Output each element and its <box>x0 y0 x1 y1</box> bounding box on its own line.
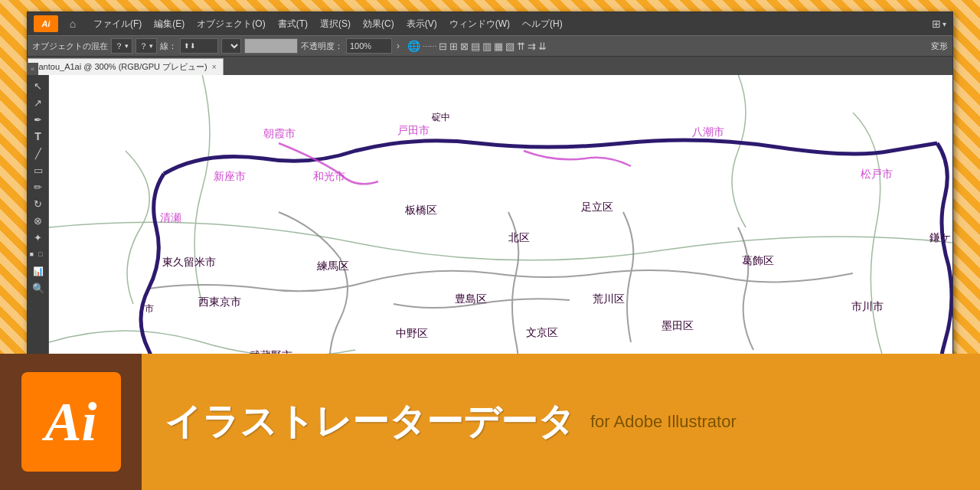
ai-big-logo: Ai <box>21 372 121 472</box>
toolbar-icons: 🌐 ⋯⋯ ⊟ ⊞ ⊠ ▤ ▥ ▦ ▧ ⇈ ⇉ ⇊ <box>407 40 547 52</box>
svg-text:新座市: 新座市 <box>214 170 246 182</box>
collapse-button[interactable]: « <box>27 63 38 75</box>
rect-tool-icon[interactable]: ▭ <box>30 162 47 178</box>
svg-text:中野区: 中野区 <box>396 327 428 339</box>
svg-text:市川市: 市川市 <box>851 300 884 312</box>
svg-text:練馬区: 練馬区 <box>316 260 349 272</box>
align-icon-7[interactable]: ▧ <box>505 41 514 52</box>
align-icon-3[interactable]: ⊠ <box>460 41 469 52</box>
svg-text:和光市: 和光市 <box>313 170 345 182</box>
line-dropdown[interactable] <box>221 38 241 54</box>
bottom-main-title: イラストレーターデータ <box>165 397 575 446</box>
svg-text:西東京市: 西東京市 <box>198 296 241 308</box>
menu-file[interactable]: ファイル(F) <box>89 16 146 32</box>
svg-text:北区: 北区 <box>508 231 530 243</box>
line-label: 線： <box>160 41 177 52</box>
svg-text:戸田市: 戸田市 <box>397 124 430 136</box>
bar-chart-icon[interactable]: 📊 <box>30 263 47 279</box>
outer-wrapper: Ai ⌂ ファイル(F) 編集(E) オブジェクト(O) 書式(T) 選択(S)… <box>0 0 980 490</box>
menu-help[interactable]: ヘルプ(H) <box>518 16 567 32</box>
opacity-arrow[interactable]: › <box>395 41 401 51</box>
menu-bar: Ai ⌂ ファイル(F) 編集(E) オブジェクト(O) 書式(T) 選択(S)… <box>28 12 952 35</box>
svg-text:東久留米市: 東久留米市 <box>162 256 216 268</box>
svg-text:板橋区: 板橋区 <box>404 204 437 216</box>
svg-text:荒川区: 荒川区 <box>593 292 625 305</box>
menu-edit[interactable]: 編集(E) <box>149 16 189 32</box>
blend-tool-icon[interactable]: ⊗ <box>30 213 47 228</box>
svg-text:朝霞市: 朝霞市 <box>263 127 296 139</box>
transform-label: 変形 <box>931 41 948 52</box>
eyedrop-tool-icon[interactable]: ✦ <box>30 230 47 245</box>
tool-bar: オブジェクトの混在 ？ ▾ ？ ▾ 線： ⬆⬇ 不透明度： 100% <box>28 35 952 57</box>
select-tool-icon[interactable]: ↖ <box>30 78 47 93</box>
line-control[interactable]: ⬆⬇ <box>180 38 218 54</box>
distribute-icon-3[interactable]: ⇊ <box>538 41 547 52</box>
document-tab[interactable]: kantou_A1ai @ 300% (RGB/GPU プレビュー) × <box>28 58 224 75</box>
menu-view[interactable]: 表示(V) <box>402 16 442 32</box>
bottom-overlay: Ai イラストレーターデータ for Adobe Illustrator <box>0 354 980 490</box>
distribute-icon-2[interactable]: ⇉ <box>528 41 536 52</box>
svg-text:八潮市: 八潮市 <box>692 126 724 138</box>
svg-text:清瀬: 清瀬 <box>160 211 181 224</box>
opacity-control[interactable]: 100% <box>346 38 392 54</box>
tab-title: kantou_A1ai @ 300% (RGB/GPU プレビュー) <box>34 61 207 73</box>
direct-select-icon[interactable]: ↗ <box>30 95 47 110</box>
menu-type[interactable]: 書式(T) <box>273 16 312 32</box>
tab-close-icon[interactable]: × <box>212 63 217 71</box>
svg-text:鎌ケ: 鎌ケ <box>929 231 951 243</box>
align-icon-2[interactable]: ⊞ <box>449 41 458 52</box>
align-icon-4[interactable]: ▤ <box>471 41 480 52</box>
align-icon-5[interactable]: ▥ <box>482 41 492 52</box>
home-icon[interactable]: ⌂ <box>64 15 81 32</box>
menu-effect[interactable]: 効果(C) <box>358 16 399 32</box>
svg-text:市: 市 <box>145 303 154 314</box>
brush-tool-icon[interactable]: ✏ <box>30 179 47 194</box>
align-icon-6[interactable]: ▦ <box>494 41 503 52</box>
rotate-tool-icon[interactable]: ↻ <box>30 196 47 211</box>
menu-select[interactable]: 選択(S) <box>315 16 355 32</box>
menu-window[interactable]: ウィンドウ(W) <box>445 16 514 32</box>
dots-icon: ⋯⋯ <box>423 42 436 51</box>
svg-text:碇中: 碇中 <box>431 112 450 122</box>
zoom-tool-icon[interactable]: 🔍 <box>30 280 47 296</box>
svg-text:豊島区: 豊島区 <box>455 292 487 305</box>
blend-control-2[interactable]: ？ ▾ <box>136 38 157 54</box>
bottom-logo-section: Ai <box>0 354 142 490</box>
distribute-icon-1[interactable]: ⇈ <box>517 41 525 52</box>
blend-control-1[interactable]: ？ ▾ <box>111 38 132 54</box>
svg-text:足立区: 足立区 <box>581 201 613 213</box>
svg-text:墨田区: 墨田区 <box>662 319 694 332</box>
ai-big-text: Ai <box>44 394 96 449</box>
menu-object[interactable]: オブジェクト(O) <box>192 16 270 32</box>
menu-grid-icon[interactable]: ⊞▾ <box>932 18 946 30</box>
svg-text:文京区: 文京区 <box>526 326 558 338</box>
svg-text:葛飾区: 葛飾区 <box>742 254 774 266</box>
blend-label: オブジェクトの混在 <box>32 41 108 52</box>
color-swatch[interactable] <box>244 38 298 54</box>
bottom-title-bar: イラストレーターデータ for Adobe Illustrator <box>142 354 980 490</box>
type-tool-icon[interactable]: T <box>30 129 47 144</box>
opacity-label: 不透明度： <box>301 41 343 52</box>
tab-bar: kantou_A1ai @ 300% (RGB/GPU プレビュー) × <box>28 57 952 75</box>
line-tool-icon[interactable]: ╱ <box>30 145 47 161</box>
bottom-subtitle: for Adobe Illustrator <box>590 412 737 432</box>
fill-stroke-icon[interactable]: ■□ <box>30 247 47 262</box>
pen-tool-icon[interactable]: ✒ <box>30 112 47 127</box>
globe-icon[interactable]: 🌐 <box>407 40 420 52</box>
align-icon-1[interactable]: ⊟ <box>439 41 447 52</box>
ai-logo-menubar: Ai <box>34 15 58 32</box>
svg-text:松戸市: 松戸市 <box>861 168 893 180</box>
